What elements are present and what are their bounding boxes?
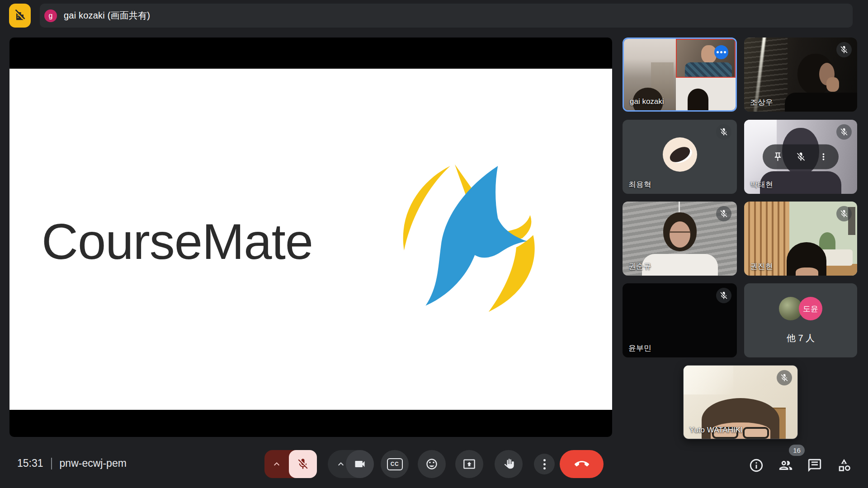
- info-icon: [749, 458, 764, 473]
- overflow-avatars: 도윤: [779, 297, 822, 320]
- mute-participant-button[interactable]: [793, 149, 808, 164]
- mic-off-icon: [796, 152, 806, 162]
- presentation-off-chip[interactable]: [9, 4, 31, 28]
- participant-name: gai kozaki: [630, 97, 664, 106]
- end-call-button[interactable]: [560, 450, 604, 478]
- meeting-details-button[interactable]: [749, 458, 764, 473]
- present-screen-button[interactable]: [455, 450, 483, 478]
- mic-off-icon: [716, 206, 731, 221]
- coursemate-logo: [392, 161, 549, 315]
- mic-off-icon: [836, 124, 852, 140]
- overflow-count-label: 他 7 人: [744, 332, 857, 344]
- participant-name: 조상우: [750, 97, 773, 108]
- more-options-button[interactable]: [534, 454, 555, 474]
- scene-person-hand: [826, 77, 839, 92]
- more-options-button[interactable]: [714, 45, 728, 59]
- participant-name: Yuto WATAHIKI: [689, 426, 743, 435]
- mic-off-icon: [836, 42, 852, 57]
- video-subscene: [676, 39, 736, 78]
- scene-person-body: [785, 93, 857, 112]
- participant-name: 윤부민: [628, 343, 651, 353]
- clock-time: 15:31: [17, 457, 43, 469]
- emoji-icon: [425, 458, 438, 470]
- pin-icon: [773, 152, 783, 162]
- scene-person-glasses: [669, 231, 691, 239]
- avatar-badge: 도윤: [799, 297, 822, 320]
- show-participants-button[interactable]: [778, 458, 793, 473]
- end-call-icon: [575, 457, 589, 471]
- chat-button[interactable]: [807, 458, 822, 473]
- participant-tile-choiyonghyuk[interactable]: 최용혁: [623, 120, 737, 194]
- participant-tile-yunbumin[interactable]: 윤부민: [623, 283, 737, 357]
- raise-hand-icon: [502, 458, 515, 470]
- presenter-banner[interactable]: g gai kozaki (画面共有): [40, 4, 853, 28]
- presentation-off-icon: [13, 9, 27, 23]
- reactions-button[interactable]: [418, 450, 446, 478]
- avatar: [663, 137, 697, 172]
- activities-icon: [836, 458, 852, 473]
- presenter-avatar: g: [44, 9, 57, 22]
- participant-tile-kwonjinhyun[interactable]: 권진현: [744, 202, 857, 276]
- shared-screen-stage[interactable]: CourseMate: [9, 38, 612, 437]
- captions-icon: CC: [387, 458, 403, 470]
- scene-person-shirt: [642, 254, 718, 276]
- people-icon: [778, 458, 793, 473]
- avatar-cookie-photo: [667, 144, 693, 165]
- participant-tile-gai-kozaki[interactable]: gai kozaki: [623, 38, 737, 112]
- mic-off-icon: [716, 124, 731, 140]
- meeting-code: pnw-ecwj-pem: [60, 457, 127, 469]
- chat-icon: [807, 458, 822, 473]
- participant-name: 권순규: [628, 261, 651, 272]
- mic-off-icon: [836, 206, 852, 221]
- more-vert-icon: [818, 152, 829, 162]
- activities-button[interactable]: [836, 458, 852, 473]
- scene-person-face: [796, 267, 818, 276]
- floating-tile-yuto-watahiki[interactable]: Yuto WATAHIKI: [683, 365, 798, 439]
- participant-name: 최용혁: [628, 179, 651, 190]
- tile-hover-controls: [763, 145, 839, 169]
- presenter-label: gai kozaki (画面共有): [64, 9, 150, 22]
- participant-name: 권진현: [750, 261, 773, 272]
- raise-hand-button[interactable]: [495, 450, 523, 478]
- videocam-icon: [354, 458, 366, 470]
- slide-title: CourseMate: [42, 212, 313, 271]
- participant-count-badge: 16: [789, 445, 805, 456]
- captions-button[interactable]: CC: [381, 450, 409, 478]
- present-icon: [463, 458, 476, 470]
- mic-off-icon: [716, 288, 731, 303]
- participant-tile-kwonsungyu[interactable]: 권순규: [623, 202, 737, 276]
- divider: [51, 458, 52, 469]
- meeting-info: 15:31 pnw-ecwj-pem: [17, 457, 127, 469]
- participant-name: 박태현: [750, 179, 773, 190]
- video-subscene: [676, 78, 736, 110]
- scene-wall-light: [684, 366, 733, 394]
- mic-off-icon: [777, 370, 792, 385]
- tile-more-button[interactable]: [816, 149, 831, 164]
- scene-person: [688, 89, 708, 110]
- participant-tile-josangu[interactable]: 조상우: [744, 38, 857, 112]
- mic-off-icon: [297, 458, 309, 470]
- chevron-up-icon: [335, 459, 346, 469]
- shared-slide: CourseMate: [9, 69, 612, 410]
- scene-person-shirt: [685, 62, 732, 77]
- pin-button[interactable]: [770, 149, 786, 164]
- camera-toggle-button[interactable]: [346, 450, 374, 478]
- chevron-up-icon: [271, 459, 282, 469]
- overflow-tile-others[interactable]: 도윤 他 7 人: [744, 283, 857, 357]
- participant-tile-parktaehyun[interactable]: 박태현: [744, 120, 857, 194]
- microphone-toggle-button[interactable]: [289, 450, 317, 478]
